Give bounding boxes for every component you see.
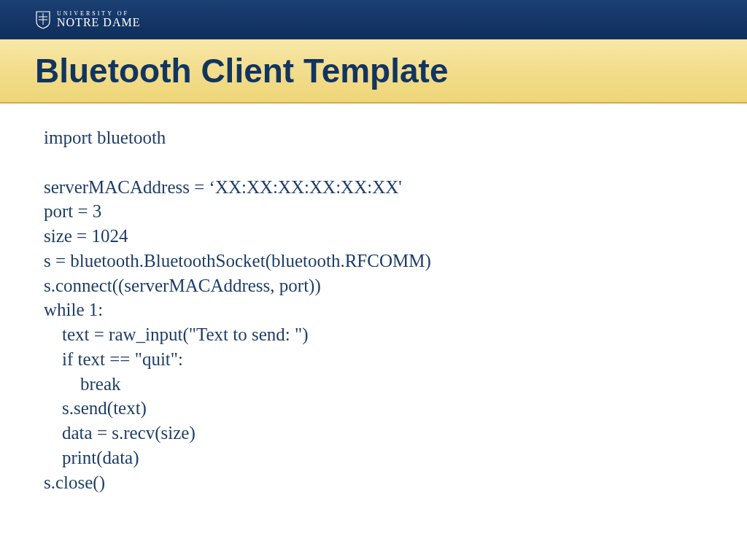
slide-title-bar: Bluetooth Client Template — [0, 39, 747, 104]
university-name: UNIVERSITY OF NOTRE DAME — [57, 11, 140, 28]
university-name-big: NOTRE DAME — [57, 17, 140, 28]
university-header: UNIVERSITY OF NOTRE DAME — [0, 0, 747, 39]
shield-icon — [35, 10, 51, 29]
university-logo: UNIVERSITY OF NOTRE DAME — [35, 10, 140, 29]
slide-content: import bluetooth serverMACAddress = ‘XX:… — [0, 104, 747, 494]
code-block: import bluetooth serverMACAddress = ‘XX:… — [44, 125, 747, 494]
slide-title: Bluetooth Client Template — [35, 51, 449, 90]
